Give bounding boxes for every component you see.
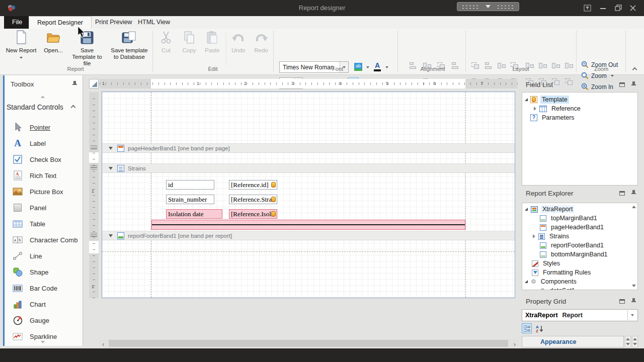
design-surface[interactable]: pageHeaderBand1 [one band per page] Stra…: [102, 92, 515, 298]
copy-button[interactable]: Copy: [179, 30, 200, 65]
field-control-reference-isolation[interactable]: [Reference.Isola: [229, 209, 277, 219]
expander-closed-icon[interactable]: [533, 234, 535, 238]
band-header-reportfooter[interactable]: reportFooterBand1 [one band per report]: [102, 231, 515, 240]
band-header-pageheader[interactable]: pageHeaderBand1 [one band per page]: [102, 143, 515, 153]
maximize-panel-icon[interactable]: [619, 299, 625, 304]
pin-icon[interactable]: [631, 190, 636, 197]
toolbox-item-charactercomb[interactable]: ab Character Comb: [5, 232, 83, 248]
maximize-panel-icon[interactable]: [619, 82, 625, 87]
vertical-ruler[interactable]: 1 1: [89, 92, 99, 298]
tree-item-strains[interactable]: Strains: [533, 232, 571, 241]
scrollbar-thumb[interactable]: [109, 340, 508, 347]
chevron-down-icon[interactable]: [627, 310, 637, 320]
scroll-spinner[interactable]: [632, 336, 638, 347]
toolbox-item-chart[interactable]: Chart: [5, 296, 83, 312]
collapse-band-icon[interactable]: [109, 167, 113, 170]
new-report-button[interactable]: New Report: [5, 30, 37, 65]
tree-item-xtrareport[interactable]: XtraReport: [525, 205, 574, 214]
open-button[interactable]: Open...: [40, 30, 66, 65]
remove-hspacing-icon[interactable]: [564, 61, 575, 71]
field-control-reference-strain[interactable]: [Reference.Strai: [229, 195, 277, 204]
collapse-band-icon[interactable]: [109, 234, 113, 237]
smart-tag-icon[interactable]: [271, 182, 276, 188]
undo-button[interactable]: Undo: [228, 30, 249, 65]
toolbox-item-line[interactable]: Line: [5, 248, 83, 264]
pin-icon[interactable]: [72, 81, 77, 87]
pin-icon[interactable]: [631, 81, 636, 88]
tree-item-reportfooterband[interactable]: reportFooterBand1: [540, 241, 605, 250]
tree-item-parameters[interactable]: ? Parameters: [530, 113, 576, 122]
toolbox-item-table[interactable]: Table: [5, 216, 83, 232]
tree-item-dataset1[interactable]: ⚙ dataSet1: [540, 286, 577, 290]
toolbox-item-pointer[interactable]: Pointer: [5, 119, 83, 135]
label-control-strain-number[interactable]: Strain_number: [166, 195, 214, 204]
save-template-to-file-button[interactable]: Save Template to file: [69, 30, 105, 65]
expander-open-icon[interactable]: [525, 280, 528, 283]
size-to-grid-icon[interactable]: [470, 61, 481, 71]
band-splitter-handle[interactable]: [91, 233, 97, 237]
tab-file[interactable]: File: [4, 16, 30, 29]
horizontal-scrollbar[interactable]: ‹ ›: [100, 339, 518, 347]
object-selector-combo[interactable]: XtraReport Report: [522, 309, 638, 321]
band-splitter-handle[interactable]: [91, 165, 97, 169]
alphabetical-sort-button[interactable]: A Z: [534, 323, 544, 333]
scroll-up-icon[interactable]: [41, 96, 45, 98]
toolbox-item-picturebox[interactable]: Picture Box: [5, 184, 83, 200]
toolbox-item-label[interactable]: A Label: [5, 135, 83, 151]
field-control-reference-id[interactable]: [Reference.id]: [229, 180, 277, 190]
chevron-down-icon[interactable]: [385, 66, 388, 68]
chevron-down-icon[interactable]: [366, 66, 369, 68]
expander-closed-icon[interactable]: [534, 107, 536, 111]
property-category-appearance[interactable]: Appearance: [522, 336, 624, 347]
scroll-right-icon[interactable]: ›: [514, 340, 516, 348]
tree-item-components[interactable]: ⚙ Components: [525, 277, 578, 286]
label-control-id[interactable]: id: [166, 180, 214, 190]
maximize-panel-icon[interactable]: [619, 191, 625, 196]
expander-open-icon[interactable]: [525, 98, 528, 101]
restore-button[interactable]: [615, 5, 623, 12]
toolbox-item-gauge[interactable]: Gauge: [5, 312, 83, 328]
collapse-band-icon[interactable]: [109, 147, 113, 150]
expander-open-icon[interactable]: [525, 208, 528, 211]
redo-button[interactable]: Redo: [251, 30, 272, 65]
tree-item-reference[interactable]: Reference: [534, 104, 582, 113]
tree-item-topmarginband[interactable]: topMarginBand1: [540, 214, 599, 223]
send-to-back-icon[interactable]: [564, 77, 575, 87]
minimize-button[interactable]: [600, 5, 608, 12]
scroll-spinner[interactable]: [625, 336, 631, 347]
scroll-left-icon[interactable]: ‹: [102, 340, 104, 348]
tree-item-styles[interactable]: Styles: [532, 259, 561, 268]
band-splitter-handle[interactable]: [91, 145, 97, 149]
toolbox-section-header[interactable]: Standard Controls: [7, 103, 63, 111]
ruler-corner-button[interactable]: [89, 79, 99, 88]
label-control-isolation-date[interactable]: Isolation date: [166, 209, 222, 219]
scroll-down-icon[interactable]: [41, 341, 45, 343]
tree-item-formatting-rules[interactable]: Formatting Rules: [532, 268, 592, 277]
tree-item-bottommarginband[interactable]: bottomMarginBand1: [540, 250, 609, 259]
paste-button[interactable]: Paste: [201, 30, 223, 65]
toolbox-item-richtext[interactable]: A Rich Text: [5, 167, 83, 184]
close-button[interactable]: [629, 5, 637, 12]
scroll-up-icon[interactable]: [632, 206, 636, 208]
toolbox-item-panel[interactable]: Panel: [5, 200, 83, 216]
tree-item-pageheaderband[interactable]: pageHeaderBand1: [540, 223, 605, 232]
smart-tag-icon[interactable]: [271, 211, 276, 217]
decrease-hspacing-icon[interactable]: [550, 61, 561, 71]
line-control-highlighted[interactable]: [151, 220, 465, 230]
tree-item-template[interactable]: Template: [525, 95, 569, 104]
popup-window-button[interactable]: [584, 5, 592, 12]
same-width-icon[interactable]: [483, 61, 494, 71]
toolbox-item-checkbox[interactable]: Check Box: [5, 151, 83, 167]
smart-tag-icon[interactable]: [271, 197, 276, 202]
toolbox-item-barcode[interactable]: Bar Code: [5, 280, 83, 296]
font-color-button[interactable]: A: [372, 61, 382, 72]
zoom-in-button[interactable]: Zoom In: [581, 81, 623, 92]
horizontal-ruler[interactable]: 1 1 2 3 4 5 6 7: [100, 79, 517, 88]
cut-button[interactable]: Cut: [155, 30, 177, 65]
collapse-ribbon-chevron-icon[interactable]: [632, 67, 637, 72]
toolbox-item-shape[interactable]: Shape: [5, 264, 83, 280]
chevron-up-icon[interactable]: [71, 105, 76, 110]
scroll-down-icon[interactable]: [632, 285, 636, 287]
tab-html-view[interactable]: HTML View: [130, 16, 178, 29]
dock-widget[interactable]: [457, 2, 519, 11]
